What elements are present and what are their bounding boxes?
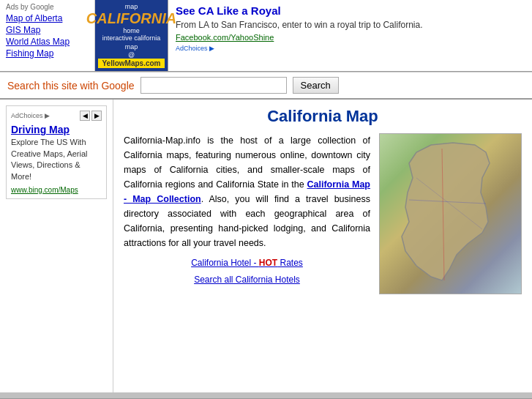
search-bar: Search this site with Google Search	[0, 72, 532, 100]
logo-california: CALIFORNIA	[86, 10, 176, 27]
adchoices-label: AdChoices	[176, 45, 208, 52]
ad-link-gis[interactable]: GIS Map	[6, 25, 89, 35]
logo-yellowmaps: YellowMaps.com	[98, 59, 165, 68]
search-button[interactable]: Search	[293, 77, 339, 94]
ad-link-world[interactable]: World Atlas Map	[6, 37, 89, 47]
logo-interactive: interactive california map	[98, 34, 165, 51]
sidebar: AdChoices ▶ ◀ ▶ Driving Map Explore The …	[0, 100, 113, 392]
hotel-rates-link[interactable]: California Hotel - HOT Rates	[124, 256, 370, 270]
logo-home: home	[123, 27, 140, 34]
hotel-link-prefix: California Hotel -	[191, 258, 259, 268]
search-input[interactable]	[141, 77, 287, 94]
content-with-map: California-Map.info is the host of a lar…	[124, 133, 522, 294]
ads-left-panel: Ads by Google Map of Alberta GIS Map Wor…	[0, 0, 95, 71]
site-logo[interactable]: map CALIFORNIA home interactive californ…	[95, 0, 168, 71]
california-map-image	[379, 133, 522, 294]
adchoices-icon: ▶	[209, 45, 214, 52]
main-wrapper: AdChoices ▶ ◀ ▶ Driving Map Explore The …	[0, 100, 532, 392]
sidebar-adchoices-icon: ▶	[45, 112, 50, 119]
ad-link-fishing[interactable]: Fishing Map	[6, 48, 89, 59]
page-title: California Map	[124, 107, 522, 126]
sidebar-ad-nav: ◀ ▶	[80, 111, 102, 121]
sidebar-ad-desc: Explore The US With Creative Maps, Aeria…	[11, 137, 102, 182]
ads-by-google-label: Ads by Google	[6, 3, 89, 11]
sidebar-ad-box: AdChoices ▶ ◀ ▶ Driving Map Explore The …	[6, 105, 107, 199]
sidebar-adchoices-label: AdChoices	[11, 112, 43, 119]
hot-text: HOT	[259, 258, 277, 268]
sidebar-ad-header: AdChoices ▶ ◀ ▶	[11, 111, 102, 121]
search-bar-label: Search this site with Google	[7, 80, 135, 92]
top-ad-content: See CA Like a Royal From LA to San Franc…	[168, 0, 532, 71]
ad-link-alberta[interactable]: Map of Alberta	[6, 13, 89, 23]
top-ad-description: From LA to San Francisco, enter to win a…	[176, 20, 525, 30]
logo-at: @	[128, 51, 135, 59]
top-ad-bar: Ads by Google Map of Alberta GIS Map Wor…	[0, 0, 532, 72]
sidebar-ad-title[interactable]: Driving Map	[11, 124, 102, 135]
sidebar-ad-url[interactable]: www.bing.com/Maps	[11, 186, 78, 194]
main-content: California Map California-Map.info is th…	[113, 100, 532, 392]
top-ad-title[interactable]: See CA Like a Royal	[176, 4, 525, 17]
adchoices-badge: AdChoices ▶	[176, 45, 525, 52]
sidebar-adchoices: AdChoices ▶	[11, 112, 50, 119]
content-text: California-Map.info is the host of a lar…	[124, 133, 370, 294]
top-ad-url[interactable]: Facebook.com/YahooShine	[176, 33, 525, 42]
sidebar-prev-button[interactable]: ◀	[80, 111, 90, 121]
california-map-svg	[394, 141, 497, 284]
hotel-search-link[interactable]: Search all California Hotels	[124, 273, 370, 287]
logo-map-word: map	[125, 3, 138, 10]
hotel-links: California Hotel - HOT Rates Search all …	[124, 256, 370, 286]
hotel-link-suffix: Rates	[277, 258, 303, 268]
sidebar-next-button[interactable]: ▶	[91, 111, 102, 121]
